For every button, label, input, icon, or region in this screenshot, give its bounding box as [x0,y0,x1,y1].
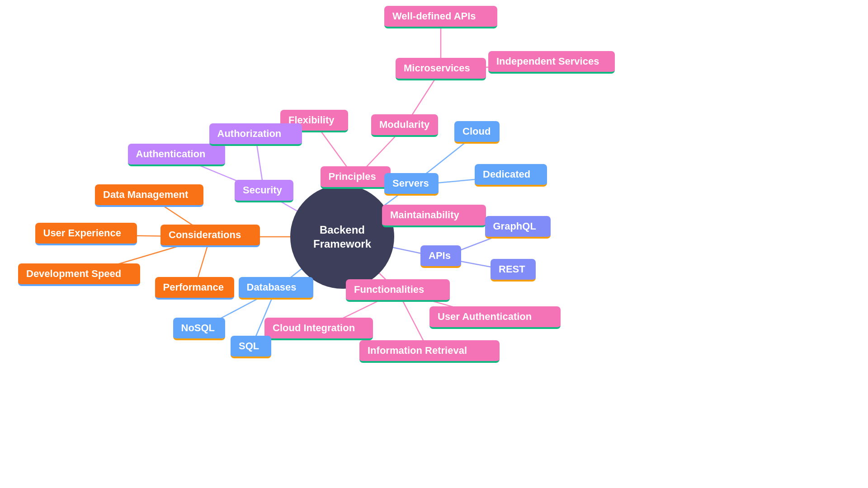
node-nosql[interactable]: NoSQL [173,318,225,340]
node-development-speed[interactable]: Development Speed [18,263,140,286]
node-dedicated[interactable]: Dedicated [475,164,547,187]
node-considerations[interactable]: Considerations [160,225,260,247]
node-maintainability[interactable]: Maintainability [382,205,486,227]
node-principles[interactable]: Principles [321,166,391,189]
node-data-management[interactable]: Data Management [95,184,203,207]
node-authentication[interactable]: Authentication [128,144,225,166]
node-apis[interactable]: APIs [420,245,461,268]
node-user-authentication[interactable]: User Authentication [429,306,561,329]
node-user-experience[interactable]: User Experience [35,223,137,245]
node-modularity[interactable]: Modularity [371,114,438,137]
node-information-retrieval[interactable]: Information Retrieval [359,340,500,363]
node-servers[interactable]: Servers [384,173,439,196]
node-cloud[interactable]: Cloud [454,121,500,144]
node-performance[interactable]: Performance [155,277,234,300]
node-cloud-integration[interactable]: Cloud Integration [264,318,373,340]
node-sql[interactable]: SQL [231,336,271,358]
node-graphql[interactable]: GraphQL [485,216,551,239]
node-microservices[interactable]: Microservices [396,58,486,80]
node-rest[interactable]: REST [491,259,536,282]
node-databases[interactable]: Databases [239,277,313,300]
node-well-defined-apis[interactable]: Well-defined APIs [384,6,497,28]
node-functionalities[interactable]: Functionalities [346,279,450,302]
node-independent-services[interactable]: Independent Services [488,51,615,74]
node-security[interactable]: Security [235,180,293,202]
center-node: Backend Framework [290,185,394,289]
node-authorization[interactable]: Authorization [209,123,302,146]
